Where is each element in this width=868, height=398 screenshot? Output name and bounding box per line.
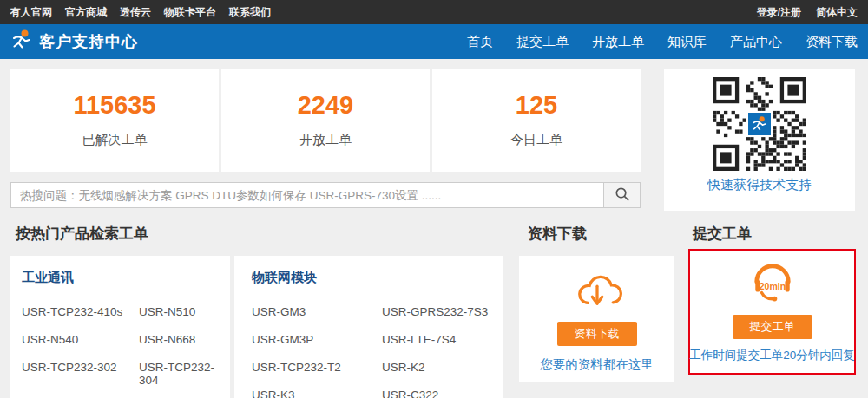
badge-20min: 20min bbox=[759, 281, 786, 291]
product-link[interactable]: USR-TCP232-304 bbox=[139, 361, 230, 387]
language-switch[interactable]: 简体中文 bbox=[816, 5, 858, 20]
section-title-ticket: 提交工单 bbox=[693, 224, 752, 244]
topbar-link-official-site[interactable]: 有人官网 bbox=[10, 5, 52, 20]
ticket-caption: 工作时间提交工单20分钟内回复 bbox=[689, 348, 855, 363]
top-utility-bar: 有人官网 官方商城 透传云 物联卡平台 联系我们 登录/注册 简体中文 bbox=[0, 0, 868, 24]
section-title-download: 资料下载 bbox=[528, 224, 587, 244]
stat-label: 已解决工单 bbox=[10, 132, 219, 148]
nav-item-home[interactable]: 首页 bbox=[467, 34, 493, 50]
product-link[interactable]: USR-TCP232-T2 bbox=[252, 361, 382, 374]
download-caption: 您要的资料都在这里 bbox=[540, 356, 654, 373]
nav-item-knowledge-base[interactable]: 知识库 bbox=[667, 34, 707, 50]
product-link[interactable]: USR-TCP232-410s bbox=[22, 305, 139, 318]
stat-label: 开放工单 bbox=[221, 132, 430, 148]
group-header-industrial: 工业通讯 bbox=[22, 270, 230, 286]
nav-item-open-tickets[interactable]: 开放工单 bbox=[592, 34, 644, 50]
topbar-link-iot-card[interactable]: 物联卡平台 bbox=[164, 5, 216, 20]
brand-logo[interactable]: 客户支持中心 bbox=[10, 29, 138, 55]
search-button[interactable] bbox=[604, 182, 641, 208]
search-input[interactable] bbox=[10, 182, 604, 208]
product-link[interactable]: USR-C322 bbox=[382, 388, 503, 398]
stat-value: 2249 bbox=[221, 92, 430, 118]
product-link[interactable]: USR-GM3P bbox=[252, 333, 382, 346]
cloud-download-icon bbox=[572, 271, 622, 315]
ticket-card: 20min 提交工单 工作时间提交工单20分钟内回复 bbox=[688, 249, 856, 375]
stat-open-tickets: 2249 开放工单 bbox=[221, 69, 430, 172]
login-register-link[interactable]: 登录/注册 bbox=[757, 5, 801, 20]
product-link[interactable]: USR-N540 bbox=[22, 333, 139, 346]
download-card: 资料下载 您要的资料都在这里 bbox=[519, 256, 674, 382]
product-group-iot-modules: 物联网模块 USR-GM3 USR-GPRS232-7S3 USR-GM3P U… bbox=[234, 256, 503, 398]
search-icon bbox=[614, 186, 630, 206]
stat-value: 115635 bbox=[10, 92, 219, 118]
download-button[interactable]: 资料下载 bbox=[557, 322, 637, 346]
product-link[interactable]: USR-N510 bbox=[139, 305, 230, 318]
group-header-iot: 物联网模块 bbox=[252, 270, 503, 286]
qr-center-logo-icon bbox=[746, 111, 773, 137]
qr-caption: 快速获得技术支持 bbox=[664, 177, 855, 193]
main-navbar: 客户支持中心 首页 提交工单 开放工单 知识库 产品中心 资料下载 bbox=[0, 24, 868, 59]
stat-value: 125 bbox=[432, 92, 641, 118]
headset-20min-icon: 20min bbox=[746, 261, 799, 308]
ticket-stats-row: 115635 已解决工单 2249 开放工单 125 今日工单 bbox=[10, 69, 641, 172]
section-title-products: 按热门产品检索工单 bbox=[16, 224, 148, 244]
submit-ticket-button[interactable]: 提交工单 bbox=[733, 315, 812, 339]
runner-logo-icon bbox=[10, 29, 33, 55]
qr-support-card: 快速获得技术支持 bbox=[664, 69, 855, 211]
topbar-link-mall[interactable]: 官方商城 bbox=[65, 5, 107, 20]
nav-item-downloads[interactable]: 资料下载 bbox=[806, 34, 858, 50]
product-link[interactable]: USR-N668 bbox=[139, 333, 230, 346]
page-title: 客户支持中心 bbox=[39, 31, 138, 52]
nav-item-submit-ticket[interactable]: 提交工单 bbox=[516, 34, 569, 50]
product-link[interactable]: USR-GM3 bbox=[252, 305, 382, 318]
stat-resolved-tickets: 115635 已解决工单 bbox=[10, 69, 219, 172]
product-link[interactable]: USR-LTE-7S4 bbox=[382, 333, 503, 346]
stat-label: 今日工单 bbox=[432, 132, 641, 148]
product-link[interactable]: USR-K2 bbox=[382, 361, 503, 374]
topbar-link-contact[interactable]: 联系我们 bbox=[229, 5, 271, 20]
product-link[interactable]: USR-TCP232-302 bbox=[22, 361, 139, 387]
topbar-link-cloud[interactable]: 透传云 bbox=[120, 5, 151, 20]
stat-today-tickets: 125 今日工单 bbox=[432, 69, 641, 172]
nav-item-product-center[interactable]: 产品中心 bbox=[730, 34, 782, 50]
product-link[interactable]: USR-K3 bbox=[252, 388, 382, 398]
hot-search-bar bbox=[10, 182, 641, 208]
product-link[interactable]: USR-GPRS232-7S3 bbox=[382, 305, 503, 318]
product-group-industrial: 工业通讯 USR-TCP232-410s USR-N510 USR-N540 U… bbox=[10, 256, 230, 398]
